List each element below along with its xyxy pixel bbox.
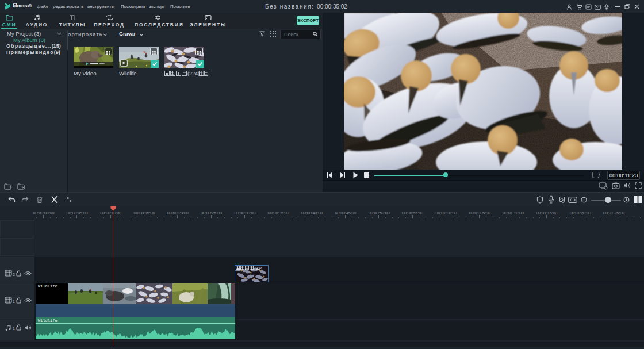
svg-text:(224: (224 [255,266,263,271]
svg-text:(224): (224) [187,71,200,76]
